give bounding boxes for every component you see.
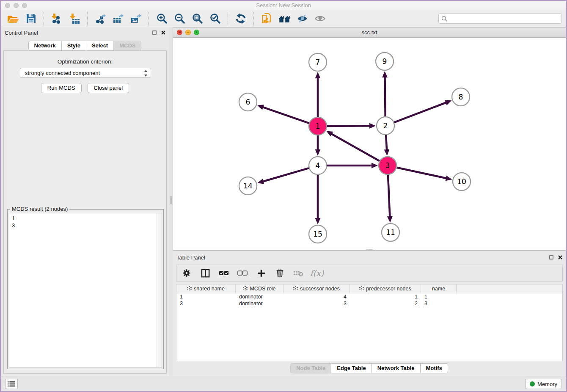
export-image-icon[interactable] — [128, 11, 143, 26]
mcds-tab-content: Optimization criterion: strongly connect… — [3, 50, 167, 374]
zoom-selected-icon[interactable] — [207, 11, 223, 26]
memory-label: Memory — [537, 381, 557, 387]
tab-node-table[interactable]: Node Table — [290, 363, 331, 373]
graph-edge-4-14[interactable] — [262, 168, 309, 182]
graph-node-label: 3 — [385, 161, 390, 170]
mcds-result-text: 1 3 — [12, 215, 15, 229]
graph-edge-1-6[interactable] — [262, 107, 309, 123]
table-cell[interactable]: 1 — [350, 293, 421, 300]
table-row[interactable]: 3dominator323 — [176, 300, 562, 307]
graph-edge-3-1[interactable] — [330, 133, 379, 161]
network-canvas[interactable]: 7968124314101511 — [173, 38, 566, 250]
table-cell[interactable]: dominator — [236, 293, 284, 300]
graph-node-label: 8 — [459, 93, 463, 101]
tab-network-table[interactable]: Network Table — [372, 363, 421, 373]
result-scrollbar[interactable] — [157, 213, 162, 367]
tab-style[interactable]: Style — [61, 41, 86, 51]
canvas-resize-grip[interactable] — [366, 248, 373, 250]
add-row-icon[interactable] — [256, 268, 266, 279]
table-cell[interactable]: 1 — [421, 293, 457, 300]
network-window-titlebar: ✕ − + scc.txt — [173, 28, 566, 38]
save-session-icon[interactable] — [23, 11, 39, 26]
search-icon — [441, 16, 447, 22]
graph-edge-2-9[interactable] — [385, 76, 385, 116]
clone-network-icon[interactable] — [259, 11, 274, 26]
table-cell[interactable]: 2 — [350, 300, 421, 307]
function-builder-icon: f(x) — [312, 268, 322, 279]
table-toolbar: f(x) — [176, 265, 563, 282]
arrowhead-icon — [446, 176, 452, 181]
delete-row-icon[interactable] — [275, 268, 285, 279]
toolbar-separator — [228, 12, 228, 25]
arrowhead-icon — [384, 149, 390, 156]
table-float-panel-icon[interactable] — [548, 254, 554, 260]
import-network-icon[interactable] — [49, 11, 64, 26]
network-graph: 7968124314101511 — [173, 38, 566, 250]
graph-edge-2-3[interactable] — [386, 135, 387, 151]
deselect-all-icon[interactable] — [237, 268, 248, 279]
graph-node-label: 6 — [246, 98, 250, 106]
graph-edge-3-10[interactable] — [396, 168, 447, 179]
column-header-name[interactable]: name — [421, 284, 457, 293]
node-table-header: shared nameMCDS rolesuccessor nodesprede… — [176, 284, 562, 293]
select-all-icon[interactable] — [219, 268, 229, 279]
graph-node-label: 9 — [383, 57, 387, 66]
search-input[interactable] — [447, 15, 559, 22]
table-cell[interactable]: 3 — [284, 300, 350, 307]
open-session-icon[interactable] — [6, 11, 21, 26]
criterion-selected-value: strongly connected component — [25, 70, 100, 76]
export-network-icon[interactable] — [93, 11, 108, 26]
first-neighbors-icon[interactable] — [277, 11, 292, 26]
gear-icon[interactable] — [182, 268, 192, 279]
table-panel: Table Panel f(x) shared nameMCDS rolesuc… — [173, 252, 566, 376]
splitter-grip[interactable] — [170, 196, 172, 204]
column-header-MCDS-role[interactable]: MCDS role — [236, 284, 284, 293]
graph-node-label: 7 — [316, 58, 320, 66]
close-panel-button[interactable]: Close panel — [88, 83, 129, 93]
run-mcds-button[interactable]: Run MCDS — [41, 83, 82, 93]
export-table-icon[interactable] — [110, 11, 126, 26]
table-row[interactable]: 1dominator411 — [176, 293, 562, 300]
column-header-predecessor-nodes[interactable]: predecessor nodes — [350, 284, 421, 293]
memory-button[interactable]: Memory — [525, 379, 562, 389]
table-close-panel-icon[interactable] — [557, 254, 563, 260]
hide-selected-icon[interactable] — [295, 11, 310, 26]
control-panel-tabs: NetworkStyleSelectMCDS — [1, 41, 169, 51]
tab-motifs[interactable]: Motifs — [420, 363, 448, 373]
graph-edge-3-11[interactable] — [388, 175, 390, 218]
column-header-successor-nodes[interactable]: successor nodes — [284, 284, 350, 293]
table-cell[interactable]: dominator — [236, 300, 284, 307]
zoom-in-icon[interactable] — [154, 11, 169, 26]
tab-edge-table[interactable]: Edge Table — [331, 363, 372, 373]
toolbar-separator — [253, 12, 254, 25]
column-label: MCDS role — [250, 286, 275, 292]
table-cell[interactable]: 3 — [421, 300, 457, 307]
node-table-body: 1dominator4113dominator323 — [176, 293, 562, 307]
close-panel-icon[interactable] — [160, 30, 166, 35]
float-panel-icon[interactable] — [151, 30, 157, 35]
zoom-fit-icon[interactable] — [190, 11, 205, 26]
graph-edge-2-8[interactable] — [394, 102, 447, 122]
tab-network[interactable]: Network — [28, 41, 62, 51]
column-header-shared-name[interactable]: shared name — [176, 284, 236, 293]
table-cell[interactable]: 4 — [284, 293, 350, 300]
show-all-icon[interactable] — [312, 11, 328, 26]
refresh-layout-icon[interactable] — [233, 11, 248, 26]
import-table-icon[interactable] — [67, 11, 82, 26]
panel-splitter[interactable] — [169, 27, 173, 376]
tab-select[interactable]: Select — [86, 41, 114, 51]
zoom-out-icon[interactable] — [172, 11, 187, 26]
table-tabs: Node TableEdge TableNetwork TableMotifs — [173, 363, 566, 373]
tab-mcds[interactable]: MCDS — [113, 41, 141, 51]
graph-edge-1-2[interactable] — [327, 126, 371, 126]
search-box — [438, 13, 562, 24]
arrowhead-icon — [315, 149, 321, 156]
task-history-button[interactable] — [5, 379, 18, 389]
criterion-select[interactable]: strongly connected component — [20, 68, 151, 78]
sort-hierarchy-icon — [359, 286, 364, 292]
mcds-result-textarea[interactable]: 1 3 — [9, 213, 162, 367]
arrowhead-icon — [372, 163, 378, 168]
column-pane-icon[interactable] — [200, 268, 210, 279]
table-cell[interactable]: 1 — [176, 293, 236, 300]
table-cell[interactable]: 3 — [176, 300, 236, 307]
